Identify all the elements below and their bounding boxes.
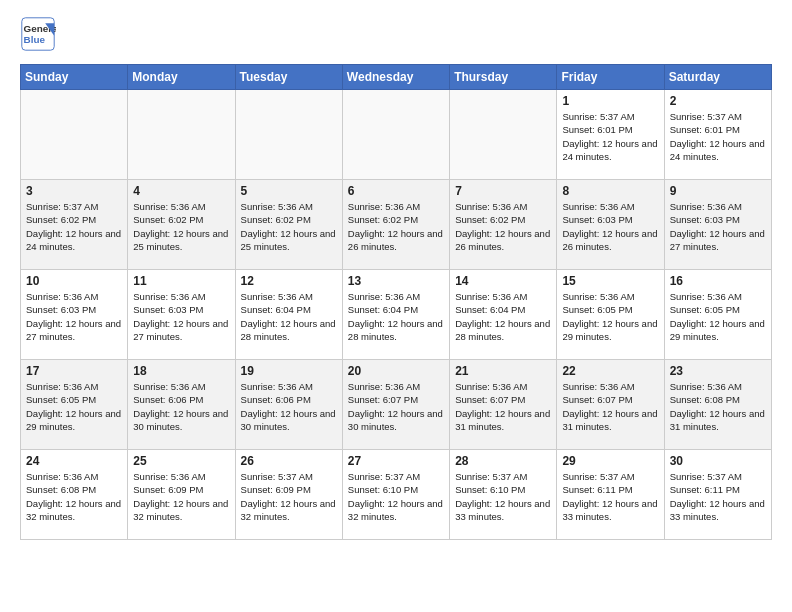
calendar-cell: 25Sunrise: 5:36 AM Sunset: 6:09 PM Dayli… xyxy=(128,450,235,540)
day-number: 11 xyxy=(133,274,229,288)
day-info: Sunrise: 5:36 AM Sunset: 6:03 PM Dayligh… xyxy=(562,200,658,253)
day-info: Sunrise: 5:36 AM Sunset: 6:04 PM Dayligh… xyxy=(241,290,337,343)
day-info: Sunrise: 5:36 AM Sunset: 6:07 PM Dayligh… xyxy=(348,380,444,433)
calendar-cell: 14Sunrise: 5:36 AM Sunset: 6:04 PM Dayli… xyxy=(450,270,557,360)
calendar-cell: 22Sunrise: 5:36 AM Sunset: 6:07 PM Dayli… xyxy=(557,360,664,450)
day-info: Sunrise: 5:36 AM Sunset: 6:03 PM Dayligh… xyxy=(26,290,122,343)
day-info: Sunrise: 5:36 AM Sunset: 6:05 PM Dayligh… xyxy=(26,380,122,433)
day-info: Sunrise: 5:36 AM Sunset: 6:09 PM Dayligh… xyxy=(133,470,229,523)
day-number: 26 xyxy=(241,454,337,468)
page: General Blue SundayMondayTuesdayWednesda… xyxy=(0,0,792,560)
calendar-cell: 28Sunrise: 5:37 AM Sunset: 6:10 PM Dayli… xyxy=(450,450,557,540)
calendar-cell: 3Sunrise: 5:37 AM Sunset: 6:02 PM Daylig… xyxy=(21,180,128,270)
calendar-cell: 19Sunrise: 5:36 AM Sunset: 6:06 PM Dayli… xyxy=(235,360,342,450)
calendar-cell: 30Sunrise: 5:37 AM Sunset: 6:11 PM Dayli… xyxy=(664,450,771,540)
calendar-cell: 24Sunrise: 5:36 AM Sunset: 6:08 PM Dayli… xyxy=(21,450,128,540)
calendar-week-4: 17Sunrise: 5:36 AM Sunset: 6:05 PM Dayli… xyxy=(21,360,772,450)
col-header-friday: Friday xyxy=(557,65,664,90)
day-info: Sunrise: 5:37 AM Sunset: 6:10 PM Dayligh… xyxy=(348,470,444,523)
calendar-cell xyxy=(21,90,128,180)
calendar-cell: 2Sunrise: 5:37 AM Sunset: 6:01 PM Daylig… xyxy=(664,90,771,180)
calendar-week-2: 3Sunrise: 5:37 AM Sunset: 6:02 PM Daylig… xyxy=(21,180,772,270)
day-info: Sunrise: 5:37 AM Sunset: 6:10 PM Dayligh… xyxy=(455,470,551,523)
logo-icon: General Blue xyxy=(20,16,56,52)
calendar-cell: 9Sunrise: 5:36 AM Sunset: 6:03 PM Daylig… xyxy=(664,180,771,270)
day-number: 23 xyxy=(670,364,766,378)
day-number: 15 xyxy=(562,274,658,288)
day-number: 16 xyxy=(670,274,766,288)
day-number: 21 xyxy=(455,364,551,378)
day-number: 1 xyxy=(562,94,658,108)
col-header-thursday: Thursday xyxy=(450,65,557,90)
day-number: 19 xyxy=(241,364,337,378)
calendar-cell: 20Sunrise: 5:36 AM Sunset: 6:07 PM Dayli… xyxy=(342,360,449,450)
day-number: 13 xyxy=(348,274,444,288)
day-number: 25 xyxy=(133,454,229,468)
calendar-cell: 1Sunrise: 5:37 AM Sunset: 6:01 PM Daylig… xyxy=(557,90,664,180)
calendar-cell: 11Sunrise: 5:36 AM Sunset: 6:03 PM Dayli… xyxy=(128,270,235,360)
svg-text:Blue: Blue xyxy=(24,34,46,45)
day-number: 20 xyxy=(348,364,444,378)
day-info: Sunrise: 5:36 AM Sunset: 6:08 PM Dayligh… xyxy=(670,380,766,433)
col-header-wednesday: Wednesday xyxy=(342,65,449,90)
calendar-cell: 23Sunrise: 5:36 AM Sunset: 6:08 PM Dayli… xyxy=(664,360,771,450)
calendar-cell: 13Sunrise: 5:36 AM Sunset: 6:04 PM Dayli… xyxy=(342,270,449,360)
calendar-cell xyxy=(235,90,342,180)
calendar-cell: 27Sunrise: 5:37 AM Sunset: 6:10 PM Dayli… xyxy=(342,450,449,540)
day-number: 24 xyxy=(26,454,122,468)
calendar-cell: 21Sunrise: 5:36 AM Sunset: 6:07 PM Dayli… xyxy=(450,360,557,450)
day-number: 28 xyxy=(455,454,551,468)
day-info: Sunrise: 5:36 AM Sunset: 6:08 PM Dayligh… xyxy=(26,470,122,523)
day-number: 3 xyxy=(26,184,122,198)
day-info: Sunrise: 5:37 AM Sunset: 6:11 PM Dayligh… xyxy=(562,470,658,523)
calendar-cell: 6Sunrise: 5:36 AM Sunset: 6:02 PM Daylig… xyxy=(342,180,449,270)
day-info: Sunrise: 5:36 AM Sunset: 6:07 PM Dayligh… xyxy=(455,380,551,433)
calendar: SundayMondayTuesdayWednesdayThursdayFrid… xyxy=(20,64,772,540)
day-info: Sunrise: 5:36 AM Sunset: 6:03 PM Dayligh… xyxy=(670,200,766,253)
calendar-cell: 12Sunrise: 5:36 AM Sunset: 6:04 PM Dayli… xyxy=(235,270,342,360)
day-info: Sunrise: 5:36 AM Sunset: 6:02 PM Dayligh… xyxy=(455,200,551,253)
calendar-cell: 15Sunrise: 5:36 AM Sunset: 6:05 PM Dayli… xyxy=(557,270,664,360)
day-number: 10 xyxy=(26,274,122,288)
day-number: 4 xyxy=(133,184,229,198)
day-number: 14 xyxy=(455,274,551,288)
day-info: Sunrise: 5:36 AM Sunset: 6:02 PM Dayligh… xyxy=(348,200,444,253)
day-info: Sunrise: 5:36 AM Sunset: 6:06 PM Dayligh… xyxy=(133,380,229,433)
day-number: 17 xyxy=(26,364,122,378)
day-info: Sunrise: 5:37 AM Sunset: 6:02 PM Dayligh… xyxy=(26,200,122,253)
day-info: Sunrise: 5:36 AM Sunset: 6:06 PM Dayligh… xyxy=(241,380,337,433)
logo: General Blue xyxy=(20,16,60,52)
calendar-cell: 8Sunrise: 5:36 AM Sunset: 6:03 PM Daylig… xyxy=(557,180,664,270)
day-info: Sunrise: 5:37 AM Sunset: 6:01 PM Dayligh… xyxy=(670,110,766,163)
calendar-header-row: SundayMondayTuesdayWednesdayThursdayFrid… xyxy=(21,65,772,90)
calendar-cell: 26Sunrise: 5:37 AM Sunset: 6:09 PM Dayli… xyxy=(235,450,342,540)
day-number: 18 xyxy=(133,364,229,378)
calendar-cell: 7Sunrise: 5:36 AM Sunset: 6:02 PM Daylig… xyxy=(450,180,557,270)
day-number: 29 xyxy=(562,454,658,468)
calendar-cell: 29Sunrise: 5:37 AM Sunset: 6:11 PM Dayli… xyxy=(557,450,664,540)
calendar-cell xyxy=(342,90,449,180)
col-header-monday: Monday xyxy=(128,65,235,90)
day-number: 7 xyxy=(455,184,551,198)
calendar-cell: 10Sunrise: 5:36 AM Sunset: 6:03 PM Dayli… xyxy=(21,270,128,360)
day-number: 30 xyxy=(670,454,766,468)
day-info: Sunrise: 5:36 AM Sunset: 6:07 PM Dayligh… xyxy=(562,380,658,433)
calendar-week-1: 1Sunrise: 5:37 AM Sunset: 6:01 PM Daylig… xyxy=(21,90,772,180)
header: General Blue xyxy=(20,16,772,52)
calendar-cell: 17Sunrise: 5:36 AM Sunset: 6:05 PM Dayli… xyxy=(21,360,128,450)
calendar-week-5: 24Sunrise: 5:36 AM Sunset: 6:08 PM Dayli… xyxy=(21,450,772,540)
day-number: 22 xyxy=(562,364,658,378)
col-header-sunday: Sunday xyxy=(21,65,128,90)
calendar-cell: 18Sunrise: 5:36 AM Sunset: 6:06 PM Dayli… xyxy=(128,360,235,450)
day-info: Sunrise: 5:37 AM Sunset: 6:09 PM Dayligh… xyxy=(241,470,337,523)
day-info: Sunrise: 5:37 AM Sunset: 6:01 PM Dayligh… xyxy=(562,110,658,163)
calendar-cell: 5Sunrise: 5:36 AM Sunset: 6:02 PM Daylig… xyxy=(235,180,342,270)
calendar-cell: 4Sunrise: 5:36 AM Sunset: 6:02 PM Daylig… xyxy=(128,180,235,270)
calendar-week-3: 10Sunrise: 5:36 AM Sunset: 6:03 PM Dayli… xyxy=(21,270,772,360)
col-header-saturday: Saturday xyxy=(664,65,771,90)
day-number: 27 xyxy=(348,454,444,468)
day-number: 12 xyxy=(241,274,337,288)
calendar-cell xyxy=(128,90,235,180)
day-info: Sunrise: 5:36 AM Sunset: 6:02 PM Dayligh… xyxy=(133,200,229,253)
day-info: Sunrise: 5:36 AM Sunset: 6:04 PM Dayligh… xyxy=(455,290,551,343)
